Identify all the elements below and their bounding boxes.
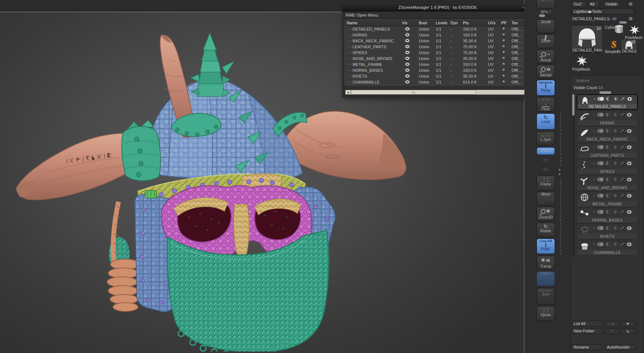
row-pp[interactable]	[500, 39, 510, 43]
visibility-eye-icon[interactable]	[405, 39, 410, 42]
solo-button[interactable]: Dynamic Solo	[537, 288, 555, 305]
subtool-item[interactable]: ▾SPIKES	[577, 159, 638, 174]
boolean-intersect-icon[interactable]	[614, 145, 618, 149]
boolean-difference-icon[interactable]	[606, 129, 612, 133]
tray-divider-2[interactable]	[560, 179, 562, 254]
redo-arrow-button[interactable]: ↱	[605, 328, 619, 334]
polypaint-brush-icon[interactable]	[620, 226, 624, 230]
row-vis[interactable]	[400, 33, 417, 37]
visibility-eye-icon[interactable]	[626, 226, 632, 230]
visibility-eye-icon[interactable]	[626, 129, 632, 133]
rotate-y-icon[interactable]: ↺Y	[537, 156, 555, 165]
expand-arrow-icon[interactable]: ▾	[593, 226, 595, 230]
boolean-intersect-icon[interactable]	[614, 113, 618, 117]
polyf-button[interactable]: Line Fill PolyF	[537, 239, 555, 254]
visible-button[interactable]: Visible	[603, 1, 620, 7]
boolean-difference-icon[interactable]	[606, 113, 612, 117]
row-tex[interactable]: Off(...	[510, 74, 526, 78]
expand-arrow-icon[interactable]: ▾	[593, 178, 595, 181]
boolean-union-icon[interactable]	[597, 129, 604, 133]
floor-button[interactable]: x Y z ↓ Floor	[537, 97, 555, 112]
boolean-difference-icon[interactable]	[606, 242, 612, 246]
row-bool[interactable]: Union	[417, 33, 434, 37]
row-bool[interactable]: Union	[417, 80, 434, 84]
boolean-union-icon[interactable]	[597, 97, 604, 101]
visibility-eye-icon[interactable]	[626, 145, 632, 149]
actual-button[interactable]: x1 Actual	[537, 50, 555, 63]
visibility-eye-icon[interactable]	[626, 113, 632, 117]
subtool-item[interactable]: ▾LEATHER_PARTS	[577, 143, 638, 158]
boolean-difference-icon[interactable]	[606, 194, 612, 198]
polypaint-brush-icon[interactable]	[620, 97, 624, 101]
pp-icon[interactable]	[502, 50, 506, 54]
row-tex[interactable]: Off(...	[510, 62, 526, 67]
rename-button[interactable]: Rename	[572, 345, 602, 350]
polypaint-brush-icon[interactable]	[620, 243, 624, 246]
row-tex[interactable]: Off(...	[510, 68, 526, 73]
move-button[interactable]: Move	[537, 192, 555, 205]
tray-collapse-icon[interactable]: ►	[558, 168, 562, 172]
zoom-button[interactable]: Zoom	[537, 35, 555, 48]
boolean-difference-icon[interactable]	[606, 210, 612, 214]
xpose-button[interactable]: ↖↗ ↙↘ Xpose	[537, 306, 555, 321]
visibility-eye-icon[interactable]	[626, 162, 632, 165]
r-button-top[interactable]: R	[627, 1, 634, 7]
expand-arrow-icon[interactable]: ▾	[593, 113, 595, 117]
row-tex[interactable]: Off(...	[510, 56, 526, 61]
subtool-item[interactable]: ▾METAL_FRAME	[577, 191, 638, 207]
subtool-item[interactable]: ▾HORNS	[577, 110, 638, 126]
visibility-eye-icon[interactable]	[626, 178, 632, 181]
boolean-intersect-icon[interactable]	[614, 226, 618, 230]
pp-icon[interactable]	[502, 74, 506, 78]
row-vis[interactable]	[400, 50, 417, 55]
scrollbar-thumb[interactable]	[351, 90, 476, 95]
autoreorder-button[interactable]: AutoReorder	[605, 345, 636, 350]
boolean-difference-icon[interactable]	[606, 161, 612, 165]
pp-icon[interactable]	[502, 68, 506, 72]
local-button[interactable]: ↻ Local	[537, 113, 555, 130]
polypaint-brush-icon[interactable]	[620, 145, 624, 149]
visibility-eye-icon[interactable]	[627, 97, 633, 101]
subtool-item[interactable]: ▾RIVETS	[577, 224, 638, 239]
pp-icon[interactable]	[502, 45, 506, 48]
visibility-eye-icon[interactable]	[626, 243, 632, 246]
row-bool[interactable]: Union	[417, 27, 434, 31]
row-tex[interactable]: Off(...	[510, 33, 526, 37]
row-tex[interactable]: Off(...	[510, 45, 526, 49]
tool-mini-slider[interactable]	[619, 21, 627, 24]
row-bool[interactable]: Union	[417, 50, 434, 55]
boolean-intersect-icon[interactable]	[614, 242, 618, 246]
pp-icon[interactable]	[502, 62, 506, 66]
pp-icon[interactable]	[502, 39, 506, 42]
visibility-eye-icon[interactable]	[405, 80, 410, 84]
tool-thumb-detailed[interactable]: 10 DETAILED_P	[621, 39, 637, 54]
expand-arrow-icon[interactable]: ▾	[593, 243, 595, 246]
row-pp[interactable]	[500, 33, 510, 37]
visibility-eye-icon[interactable]	[626, 194, 632, 198]
row-bool[interactable]: Union	[417, 62, 434, 67]
visibility-eye-icon[interactable]	[405, 74, 410, 78]
pp-icon[interactable]	[502, 80, 506, 84]
row-bool[interactable]: Union	[417, 68, 434, 73]
boolean-union-icon[interactable]	[597, 194, 604, 198]
row-bool[interactable]: Union	[417, 45, 434, 49]
persp-button[interactable]: Dynamic Persp	[537, 80, 555, 96]
polypaint-brush-icon[interactable]	[620, 178, 624, 181]
visibility-eye-icon[interactable]	[626, 210, 632, 214]
boolean-intersect-icon[interactable]	[614, 210, 618, 214]
scroll-left-icon[interactable]: ◄	[345, 90, 351, 95]
zoom3d-button[interactable]: Zoom3D	[537, 207, 555, 221]
expand-arrow-icon[interactable]: ▾	[593, 194, 595, 198]
visibility-eye-icon[interactable]	[405, 63, 410, 66]
row-pp[interactable]	[500, 27, 510, 31]
visibility-eye-icon[interactable]	[405, 57, 410, 60]
boolean-difference-icon[interactable]	[606, 97, 612, 101]
row-pp[interactable]	[500, 50, 510, 55]
table-row[interactable]: SPIKESUnion1/1-75.00 KUVOff(...-	[345, 50, 531, 56]
expand-arrow-icon[interactable]: ▾	[593, 145, 595, 149]
polypaint-brush-icon[interactable]	[620, 129, 624, 133]
row-tex[interactable]: Off(...	[510, 80, 526, 84]
subtool-item[interactable]: ▾DETAILED_PANELS	[577, 94, 638, 110]
lsym-button[interactable]: ←·→ L.Sym	[537, 131, 555, 145]
boolean-union-icon[interactable]	[597, 242, 604, 246]
